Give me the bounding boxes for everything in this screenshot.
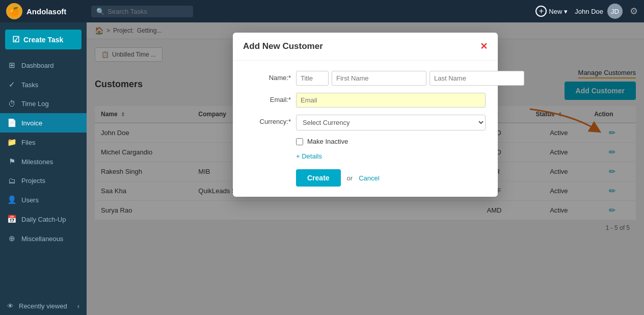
sidebar-item-miscellaneous[interactable]: ⊕ Miscellaneous [0, 229, 87, 248]
milestones-icon: ⚑ [7, 157, 16, 166]
top-right-area: + New ▾ John Doe JD ⚙ [535, 4, 638, 19]
new-button[interactable]: + New ▾ [535, 6, 568, 17]
files-icon: 📁 [7, 138, 16, 147]
sidebar: ☑ Create Task ⊞ Dashboard ✓ Tasks ⏱ Time… [0, 22, 87, 315]
make-inactive-label: Make Inactive [307, 138, 348, 145]
or-text: or [347, 174, 353, 182]
create-task-icon: ☑ [12, 35, 19, 44]
make-inactive-row: Make Inactive [296, 138, 486, 145]
currency-select[interactable]: Select Currency USD AUD INR CHF AMD EUR … [296, 115, 486, 130]
app-logo: 🍊 [6, 3, 22, 19]
firstname-input[interactable] [332, 71, 426, 86]
currency-row: Currency:* Select Currency USD AUD INR C… [245, 115, 486, 130]
form-actions: Create or Cancel [296, 169, 486, 187]
email-row: Email:* [245, 93, 486, 108]
lastname-input[interactable] [430, 71, 524, 86]
create-task-button[interactable]: ☑ Create Task [5, 30, 82, 49]
search-icon: 🔍 [96, 8, 104, 15]
name-label: Name:* [245, 71, 291, 82]
email-input[interactable] [296, 93, 486, 108]
collapse-icon: ‹ [77, 302, 79, 310]
modal-overlay[interactable]: Add New Customer ✕ Name:* [87, 22, 644, 315]
timelog-icon: ⏱ [7, 99, 16, 108]
close-icon[interactable]: ✕ [480, 41, 488, 52]
logo-area: 🍊 Andolasoft [6, 3, 85, 19]
search-input[interactable] [108, 8, 179, 15]
currency-inputs: Select Currency USD AUD INR CHF AMD EUR … [296, 115, 486, 130]
currency-label: Currency:* [245, 115, 291, 125]
recently-viewed[interactable]: 👁 Recently viewed ‹ [0, 297, 87, 315]
search-bar[interactable]: 🔍 [91, 6, 193, 17]
avatar: JD [607, 4, 623, 19]
main-content: 🏠 > Project: Getting... 📋 Unbilled Time … [87, 22, 644, 315]
gear-icon[interactable]: ⚙ [630, 6, 638, 17]
sidebar-item-files[interactable]: 📁 Files [0, 133, 87, 152]
sidebar-item-projects[interactable]: 🗂 Projects [0, 171, 87, 190]
sidebar-item-dashboard[interactable]: ⊞ Dashboard [0, 56, 87, 75]
sidebar-item-dailycatchup[interactable]: 📅 Daily Catch-Up [0, 209, 87, 229]
make-inactive-checkbox[interactable] [296, 138, 303, 145]
details-link[interactable]: + Details [296, 152, 486, 160]
main-layout: ☑ Create Task ⊞ Dashboard ✓ Tasks ⏱ Time… [0, 22, 644, 315]
name-row: Name:* [245, 71, 486, 86]
user-area: John Doe JD [575, 4, 623, 19]
users-icon: 👤 [7, 195, 16, 204]
tasks-icon: ✓ [7, 80, 16, 89]
create-button[interactable]: Create [296, 169, 341, 187]
sidebar-item-invoice[interactable]: 📄 Invoice [0, 113, 87, 133]
eye-icon: 👁 [7, 302, 14, 310]
misc-icon: ⊕ [7, 234, 16, 243]
email-inputs [296, 93, 486, 108]
add-customer-modal: Add New Customer ✕ Name:* [233, 33, 498, 197]
top-nav: 🍊 Andolasoft 🔍 + New ▾ John Doe JD ⚙ [0, 0, 644, 22]
modal-title: Add New Customer [243, 41, 323, 51]
sidebar-item-users[interactable]: 👤 Users [0, 190, 87, 209]
name-inputs [296, 71, 524, 86]
cancel-link[interactable]: Cancel [359, 174, 379, 182]
invoice-icon: 📄 [7, 118, 16, 127]
projects-icon: 🗂 [7, 176, 16, 185]
app-name: Andolasoft [26, 7, 66, 16]
chevron-down-icon: ▾ [564, 8, 568, 15]
dashboard-icon: ⊞ [7, 61, 16, 70]
modal-body: Name:* Email:* [233, 61, 498, 197]
email-label: Email:* [245, 93, 291, 103]
sidebar-footer: 👁 Recently viewed ‹ [0, 297, 87, 315]
modal-header: Add New Customer ✕ [233, 33, 498, 61]
dailycatchup-icon: 📅 [7, 215, 16, 224]
sidebar-item-tasks[interactable]: ✓ Tasks [0, 75, 87, 94]
sidebar-item-timelog[interactable]: ⏱ Time Log [0, 94, 87, 113]
title-input[interactable] [296, 71, 329, 86]
sidebar-item-milestones[interactable]: ⚑ Milestones [0, 152, 87, 171]
new-button-circle: + [535, 6, 547, 17]
